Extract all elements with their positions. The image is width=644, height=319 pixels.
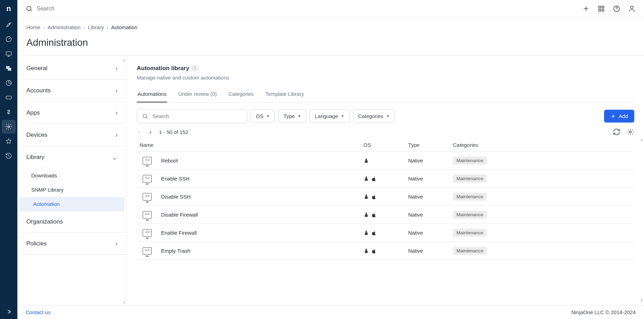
- table-row[interactable]: Enable SSHNativeMaintenance: [137, 170, 634, 188]
- nav-favorites-icon[interactable]: [2, 134, 16, 148]
- row-type: Native: [405, 242, 450, 260]
- settings-sidepanel: ▲ ▼ General›Accounts›Apps›Devices›Librar…: [17, 57, 127, 305]
- linux-icon: [363, 158, 369, 163]
- nav-settings-icon[interactable]: [2, 120, 16, 134]
- row-type: Native: [405, 206, 450, 224]
- global-search[interactable]: [26, 5, 578, 12]
- table-row[interactable]: Disable FirewallNativeMaintenance: [137, 206, 634, 224]
- sidepanel-item-label: Organizations: [26, 218, 63, 225]
- sidepanel-item-label: Policies: [26, 240, 47, 247]
- sidepanel-item-accounts[interactable]: Accounts›: [17, 79, 127, 102]
- table-row[interactable]: RebootNativeMaintenance: [137, 152, 634, 170]
- row-os-icons: [363, 158, 403, 163]
- apple-icon: [371, 176, 377, 182]
- add-button[interactable]: Add: [604, 110, 634, 123]
- brand-logo[interactable]: n: [0, 0, 17, 17]
- table-settings-icon[interactable]: [627, 128, 634, 136]
- row-type: Native: [405, 170, 450, 188]
- filter-categories[interactable]: Categories▼: [353, 109, 395, 123]
- chevron-right-icon: ›: [83, 24, 85, 30]
- copyright-text: NinjaOne LLC © 2014-2024: [571, 309, 636, 315]
- table-search[interactable]: [137, 109, 247, 123]
- table-header-row: Name OS Type Categories: [137, 138, 634, 152]
- pager-next[interactable]: ›: [148, 128, 153, 136]
- section-title: Automation library ?: [137, 65, 634, 72]
- nav-billing-icon[interactable]: [2, 105, 16, 119]
- row-os-icons: [363, 212, 403, 218]
- icon-sidebar: n: [0, 0, 17, 319]
- col-type[interactable]: Type: [405, 138, 450, 152]
- table-search-input[interactable]: [152, 113, 242, 119]
- content: ▲ ▼ General›Accounts›Apps›Devices›Librar…: [17, 57, 644, 305]
- script-icon: [143, 211, 152, 219]
- sidepanel-item-apps[interactable]: Apps›: [17, 102, 127, 124]
- linux-icon: [363, 212, 369, 218]
- topbar: [17, 0, 644, 17]
- help-tooltip-icon[interactable]: ?: [192, 66, 198, 71]
- nav-rocket-icon[interactable]: [2, 18, 16, 32]
- sidepanel-sub-downloads[interactable]: Downloads: [17, 168, 127, 183]
- caret-down-icon: ▼: [386, 114, 390, 118]
- sidepanel-item-organizations[interactable]: Organizations: [17, 211, 127, 233]
- svg-rect-10: [602, 6, 604, 8]
- sidepanel-item-label: Library: [26, 154, 44, 161]
- nav-devices-icon[interactable]: [2, 47, 16, 61]
- contact-us-link[interactable]: Contact us: [26, 309, 51, 315]
- script-icon: [143, 247, 152, 255]
- breadcrumb-administration[interactable]: Administration: [48, 24, 81, 30]
- apple-icon: [371, 212, 377, 218]
- col-name[interactable]: Name: [137, 138, 361, 152]
- refresh-icon[interactable]: [613, 128, 620, 136]
- table-row[interactable]: Enable FirewallNativeMaintenance: [137, 224, 634, 242]
- col-categories[interactable]: Categories: [450, 138, 634, 152]
- scroll-down-icon: ▼: [123, 301, 126, 304]
- filter-type[interactable]: Type▼: [278, 109, 306, 123]
- sidepanel-sub-automation[interactable]: Automation: [19, 197, 125, 211]
- user-icon[interactable]: [628, 5, 636, 12]
- sidepanel-subitems: DownloadsSNMP LibraryAutomation: [17, 168, 127, 211]
- chevron-right-icon: ›: [107, 24, 108, 30]
- caret-down-icon: ▼: [341, 114, 344, 118]
- sidepanel-item-devices[interactable]: Devices›: [17, 124, 127, 146]
- row-name: Disable Firewall: [161, 212, 198, 218]
- chevron-right-icon: ›: [115, 86, 118, 94]
- global-search-input[interactable]: [36, 5, 175, 12]
- linux-icon: [363, 248, 369, 254]
- nav-history-icon[interactable]: [2, 149, 16, 163]
- nav-ticket-icon[interactable]: [2, 91, 16, 104]
- scroll-up-icon: ▲: [640, 138, 643, 142]
- sidepanel-sub-snmp-library[interactable]: SNMP Library: [17, 183, 127, 197]
- help-icon[interactable]: [613, 5, 620, 12]
- table-row[interactable]: Disable SSHNativeMaintenance: [137, 188, 634, 206]
- filter-label: Language: [315, 113, 338, 119]
- tab-template-library[interactable]: Template Library: [265, 87, 305, 102]
- filter-pills: OS▼Type▼Language▼Categories▼: [251, 109, 395, 123]
- row-name: Reboot: [161, 158, 178, 163]
- sidepanel-item-policies[interactable]: Policies›: [17, 233, 127, 255]
- sidepanel-item-library[interactable]: Library⌄: [17, 146, 127, 168]
- row-os-icons: [363, 248, 403, 254]
- add-icon[interactable]: [582, 5, 590, 12]
- tab-under-review-0-[interactable]: Under review (0): [177, 87, 217, 102]
- category-chip: Maintenance: [453, 175, 487, 183]
- breadcrumb-library[interactable]: Library: [88, 24, 104, 30]
- row-os-icons: [363, 176, 403, 182]
- filter-row: OS▼Type▼Language▼Categories▼ Add: [137, 109, 634, 123]
- tab-categories[interactable]: Categories: [228, 87, 254, 102]
- nav-chart-icon[interactable]: [2, 76, 16, 90]
- nav-expand-icon[interactable]: [2, 305, 16, 319]
- linux-icon: [363, 230, 369, 236]
- filter-os[interactable]: OS▼: [251, 109, 275, 123]
- tab-automations[interactable]: Automations: [137, 87, 167, 102]
- svg-rect-2: [6, 52, 11, 55]
- col-os[interactable]: OS: [361, 138, 405, 152]
- linux-icon: [363, 176, 369, 182]
- sidepanel-item-general[interactable]: General›: [17, 57, 127, 79]
- apps-icon[interactable]: [597, 5, 605, 12]
- row-name: Enable SSH: [161, 176, 190, 182]
- filter-language[interactable]: Language▼: [310, 109, 350, 123]
- nav-dashboard-icon[interactable]: [2, 32, 16, 46]
- nav-overlap-icon[interactable]: [2, 61, 16, 75]
- breadcrumb-home[interactable]: Home: [26, 24, 40, 30]
- table-row[interactable]: Empty TrashNativeMaintenance: [137, 242, 634, 260]
